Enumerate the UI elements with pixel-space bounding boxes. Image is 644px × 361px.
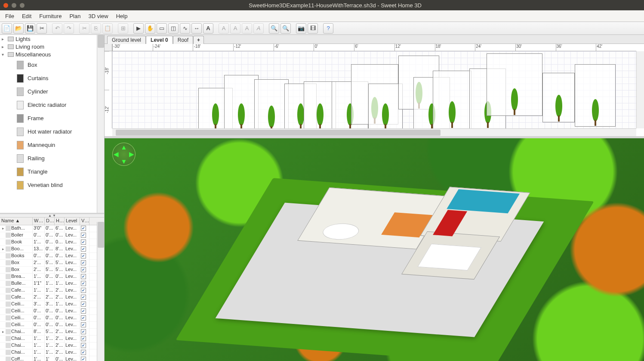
nav-right-icon[interactable]: ▶ [129,150,134,158]
menu-plan[interactable]: Plan [66,12,84,21]
row-visible-checkbox[interactable]: ✔ [81,267,86,272]
menu-help[interactable]: Help [113,12,131,21]
row-visible-checkbox[interactable]: ✔ [81,343,86,348]
create-text-button[interactable]: A [203,23,213,34]
table-row[interactable]: Box2'...5'...5'...Lev...✔ [0,267,104,274]
table-row[interactable]: ▸Boo...13...0'...8'...Lev...✔ [0,246,104,253]
catalog-item[interactable]: Box [0,58,104,72]
table-row[interactable]: Ceili...0'...0'...0'...Lev...✔ [0,315,104,322]
save-button[interactable]: 💾 [25,23,35,34]
row-visible-checkbox[interactable]: ✔ [81,315,86,321]
table-row[interactable]: Chai...1'...1'...2'...Lev...✔ [0,336,104,342]
window-maximize-button[interactable] [20,3,25,8]
plan-tree-item[interactable] [433,71,471,128]
expand-icon[interactable]: ▸ [2,44,6,49]
catalog-item[interactable]: Mannequin [0,138,104,152]
paste-button[interactable]: 📋 [102,23,113,34]
table-row[interactable]: ▸Bath...3'0"0'...6'...Lev...✔ [0,225,104,232]
video-button[interactable]: 🎞 [308,23,318,34]
create-walls-button[interactable]: ▭ [157,23,167,34]
catalog-item[interactable]: Curtains [0,72,104,85]
3d-nav-compass[interactable]: ▲ ▼ ◀ ▶ [112,143,136,166]
table-row[interactable]: Coff...1'...1'0'...Lev...✔ [0,356,104,361]
photo-button[interactable]: 📷 [296,23,306,34]
furniture-list-scrollbar[interactable] [97,222,104,361]
col-width[interactable]: Wi... [33,218,45,225]
row-visible-checkbox[interactable]: ✔ [81,350,86,355]
catalog-item[interactable]: Hot water radiator [0,125,104,138]
undo-button[interactable]: ↶ [52,23,62,34]
plan-tree-item[interactable] [368,84,403,128]
preferences-button[interactable]: ✂ [37,23,47,34]
plan-tree-item[interactable] [487,53,542,116]
table-row[interactable]: Bulle...1'1"1'...1'...Lev...✔ [0,280,104,287]
row-visible-checkbox[interactable]: ✔ [81,308,86,314]
row-visible-checkbox[interactable]: ✔ [81,336,86,341]
help-button[interactable]: ? [323,23,333,34]
nav-up-icon[interactable]: ▲ [121,143,127,151]
menu-3d-view[interactable]: 3D view [85,12,111,21]
plan-tree-item[interactable] [254,79,289,128]
table-row[interactable]: Box2'...5'...5'...Lev...✔ [0,260,104,267]
nav-left-icon[interactable]: ◀ [114,150,119,158]
row-visible-checkbox[interactable]: ✔ [81,288,86,293]
create-rooms-button[interactable]: ◫ [168,23,179,34]
row-visible-checkbox[interactable]: ✔ [81,329,86,334]
window-close-button[interactable] [3,3,8,8]
row-visible-checkbox[interactable]: ✔ [81,260,86,265]
row-visible-checkbox[interactable]: ✔ [81,233,86,238]
text-smaller-button[interactable]: A [242,23,252,34]
row-visible-checkbox[interactable]: ✔ [81,246,86,252]
copy-button[interactable]: ⎘ [91,23,101,34]
zoom-out-button[interactable]: 🔍 [280,23,291,34]
create-dimensions-button[interactable]: ↔ [191,23,202,34]
plan-tree-item[interactable] [575,64,616,127]
tab-add-level[interactable]: + [193,36,204,44]
plan-tree-item[interactable] [304,81,336,128]
row-visible-checkbox[interactable]: ✔ [81,322,86,327]
create-polylines-button[interactable]: ∿ [180,23,190,34]
tab-roof[interactable]: Roof [173,36,193,44]
row-visible-checkbox[interactable]: ✔ [81,253,86,258]
pan-tool-button[interactable]: ✋ [145,23,155,34]
catalog-item[interactable]: Frame [0,112,104,125]
table-row[interactable]: Chai...1'...1'...2'...Lev...✔ [0,342,104,349]
row-visible-checkbox[interactable]: ✔ [81,240,86,245]
table-row[interactable]: Books0'...0'...0'...Lev...✔ [0,253,104,260]
plan-view[interactable]: -30'-24'-18'-12'-6'0'6'12'18'24'30'36'42… [105,44,644,136]
catalog-item[interactable]: Electric radiator [0,98,104,112]
window-minimize-button[interactable] [12,3,16,8]
col-visible[interactable]: Vi... [80,218,89,225]
zoom-in-button[interactable]: 🔍 [269,23,279,34]
3d-view[interactable]: ▲ ▼ ◀ ▶ [105,138,644,361]
text-bold-button[interactable]: A [219,23,229,34]
table-row[interactable]: Ceili...3'...3'...1'...Lev...✔ [0,301,104,308]
text-bigger-button[interactable]: A [230,23,240,34]
cut-button[interactable]: ✂ [79,23,89,34]
catalog-item[interactable]: Venetian blind [0,178,104,192]
catalog-scrollbar[interactable] [97,35,104,213]
plan-tree-item[interactable] [542,73,575,122]
col-height[interactable]: H... [55,218,65,225]
catalog-category[interactable]: ▸Lights [0,35,104,43]
open-button[interactable]: 📂 [13,23,24,34]
col-name[interactable]: Name ▲ [0,218,33,225]
plan-tree-item[interactable] [224,75,259,128]
table-row[interactable]: ▸Chai...8'...5'...2'...Lev...✔ [0,329,104,336]
table-row[interactable]: Book1'...0'...0'1"Lev...✔ [0,239,104,246]
plan-vscrollbar[interactable] [636,51,644,128]
row-visible-checkbox[interactable]: ✔ [81,274,86,279]
row-visible-checkbox[interactable]: ✔ [81,357,86,361]
table-row[interactable]: Boiler0'...0'...0'...Lev...✔ [0,232,104,239]
tab-level-0[interactable]: Level 0 [146,36,173,44]
row-visible-checkbox[interactable]: ✔ [81,302,86,307]
table-row[interactable]: Brea...1'...0'...0'...Lev...✔ [0,274,104,280]
table-row[interactable]: Cafe...2'...2'...2'...Lev...✔ [0,294,104,301]
plan-hscrollbar[interactable] [112,128,636,136]
new-button[interactable]: 📄 [2,23,12,34]
table-row[interactable]: Ceili...0'...0'...0'...Lev...✔ [0,308,104,315]
table-row[interactable]: Cafe...1'...1'...2'...Lev...✔ [0,287,104,294]
table-row[interactable]: Ceili...0'...0'...0'...Lev...✔ [0,322,104,329]
select-tool-button[interactable]: ▶ [133,23,144,34]
tab-ground-level[interactable]: Ground level [107,36,146,44]
